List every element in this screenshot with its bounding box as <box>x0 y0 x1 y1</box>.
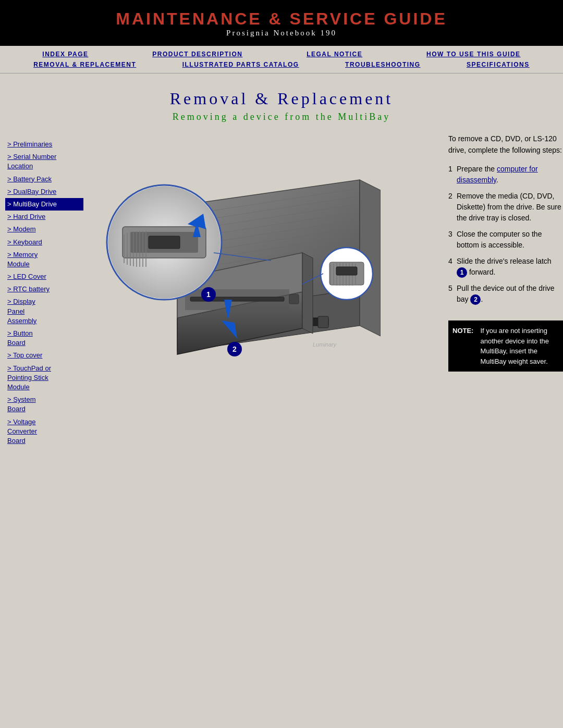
svg-text:2: 2 <box>232 345 237 353</box>
note-box: NOTE: If you are not inserting another d… <box>448 320 563 372</box>
content-area: > Preliminaries > Serial NumberLocation … <box>0 133 563 463</box>
step-5: 5 Pull the device out of the drive bay 2… <box>448 283 563 305</box>
sidebar-touchpad[interactable]: > TouchPad orPointing StickModule <box>5 362 83 394</box>
sidebar-memory[interactable]: > MemoryModule <box>5 249 83 270</box>
nav-parts[interactable]: ILLUSTRATED PARTS CATALOG <box>182 61 299 68</box>
sidebar-preliminaries[interactable]: > Preliminaries <box>5 138 83 151</box>
header: MAINTENANCE & SERVICE GUIDE Prosignia No… <box>0 0 563 46</box>
header-title: MAINTENANCE & SERVICE GUIDE <box>5 9 558 29</box>
sidebar-topcover[interactable]: > Top cover <box>5 349 83 362</box>
note-label: NOTE: <box>448 320 478 341</box>
steps-list: 1 Prepare the computer for disassembly. … <box>448 164 563 305</box>
note-text: If you are not inserting another device … <box>478 320 563 372</box>
nav-legal[interactable]: LEGAL NOTICE <box>307 51 362 58</box>
svg-rect-23 <box>289 294 299 304</box>
svg-rect-17 <box>318 316 328 328</box>
svg-rect-50 <box>336 267 357 275</box>
nav-row-1: INDEX PAGE PRODUCT DESCRIPTION LEGAL NOT… <box>0 49 563 59</box>
badge-2: 2 <box>470 294 481 305</box>
nav-product-desc[interactable]: PRODUCT DESCRIPTION <box>152 51 242 58</box>
svg-text:1: 1 <box>206 290 211 299</box>
sidebar-voltage[interactable]: > VoltageConverterBoard <box>5 416 83 448</box>
nav-how-to[interactable]: HOW TO USE THIS GUIDE <box>426 51 521 58</box>
header-subtitle: Prosignia Notebook 190 <box>5 29 558 43</box>
sidebar-serial[interactable]: > Serial NumberLocation <box>5 151 83 172</box>
sidebar: > Preliminaries > Serial NumberLocation … <box>0 133 83 452</box>
page-title: Removal & Replacement <box>0 89 563 108</box>
illustration-area: 1 2 Luminary <box>89 133 381 359</box>
svg-text:Luminary: Luminary <box>313 341 337 348</box>
step-4: 4 Slide the drive's release latch 1 forw… <box>448 256 563 278</box>
page-subtitle: Removing a device from the MultiBay <box>0 112 563 122</box>
main-content: 1 2 Luminary To remove a CD, DVD, or LS-… <box>83 133 563 452</box>
nav-bar: INDEX PAGE PRODUCT DESCRIPTION LEGAL NOT… <box>0 46 563 73</box>
sidebar-battery[interactable]: > Battery Pack <box>5 173 83 186</box>
page-title-section: Removal & Replacement Removing a device … <box>0 73 563 128</box>
nav-specs[interactable]: SPECIFICATIONS <box>467 61 530 68</box>
sidebar-keyboard[interactable]: > Keyboard <box>5 236 83 249</box>
step-1: 1 Prepare the computer for disassembly. <box>448 164 563 186</box>
illus-and-text: 1 2 Luminary To remove a CD, DVD, or LS-… <box>89 133 558 359</box>
nav-row-2: REMOVAL & REPLACEMENT ILLUSTRATED PARTS … <box>0 59 563 70</box>
sidebar-display[interactable]: > DisplayPanelAssembly <box>5 295 83 327</box>
sidebar-multibay[interactable]: > MultiBay Drive <box>5 198 83 211</box>
nav-index[interactable]: INDEX PAGE <box>42 51 88 58</box>
step-2: 2 Remove the media (CD, DVD, Diskette) f… <box>448 191 563 224</box>
nav-troubleshoot[interactable]: TROUBLESHOOTING <box>345 61 421 68</box>
svg-rect-28 <box>149 236 180 249</box>
nav-removal[interactable]: REMOVAL & REPLACEMENT <box>33 61 136 68</box>
svg-marker-20 <box>302 253 313 334</box>
sidebar-rtc[interactable]: > RTC battery <box>5 283 83 295</box>
multibay-illustration: 1 2 Luminary <box>89 133 381 357</box>
intro-text: To remove a CD, DVD, or LS-120 drive, co… <box>448 133 563 156</box>
sidebar-button[interactable]: > ButtonBoard <box>5 327 83 349</box>
sidebar-system[interactable]: > SystemBoard <box>5 393 83 415</box>
sidebar-modem[interactable]: > Modem <box>5 223 83 236</box>
computer-for-disassembly-link[interactable]: computer for disassembly <box>457 165 538 184</box>
step-3: 3 Close the computer so the bottom is ac… <box>448 229 563 251</box>
right-panel: To remove a CD, DVD, or LS-120 drive, co… <box>448 133 563 372</box>
sidebar-harddrive[interactable]: > Hard Drive <box>5 211 83 223</box>
sidebar-dualbay[interactable]: > DualBay Drive <box>5 186 83 198</box>
sidebar-ledcover[interactable]: > LED Cover <box>5 270 83 283</box>
badge-1: 1 <box>457 267 467 278</box>
